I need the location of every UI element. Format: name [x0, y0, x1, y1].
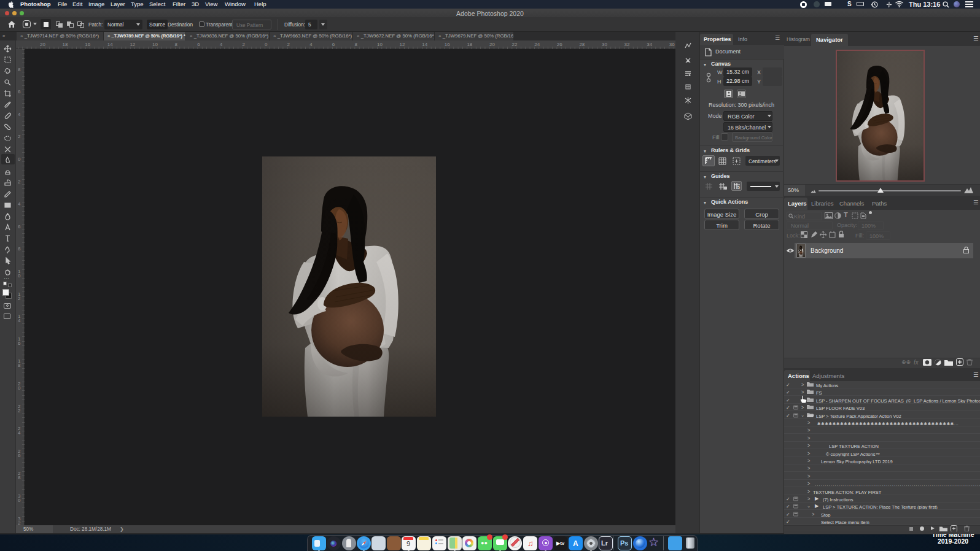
svg-text:5: 5: [737, 185, 740, 190]
